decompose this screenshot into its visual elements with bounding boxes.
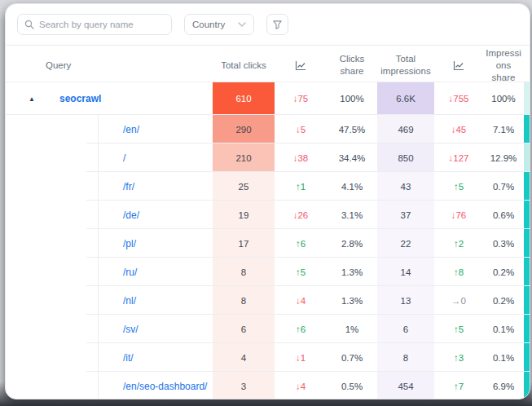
clicks-share-cell: 3.1%	[327, 201, 377, 229]
query-link[interactable]: /fr/	[123, 181, 134, 192]
query-cell: ▲ /it/	[17, 343, 213, 372]
clicks-trend-cell: ↓5	[275, 115, 327, 143]
column-header-impressions-share[interactable]: Impressions share	[483, 46, 524, 86]
clicks-trend-cell: ↓1	[275, 343, 327, 372]
total-clicks-value: 610	[235, 94, 251, 104]
toolbar: Country	[6, 4, 530, 46]
table-row: ▲ /de/ 19 ↓26 3.1% 37 ↓76 0.6%	[6, 201, 530, 229]
total-clicks-cell: 19	[213, 201, 275, 229]
column-header-clicks-share[interactable]: Clicks share	[327, 46, 377, 86]
clicks-share-cell: 1.3%	[327, 286, 377, 315]
impressions-share-cell: 7.1%	[483, 115, 524, 143]
clicks-trend-value: ↓75	[293, 94, 309, 104]
funnel-icon	[272, 20, 283, 30]
column-header-impressions-trend[interactable]	[434, 46, 483, 86]
column-header-clicks-trend[interactable]	[275, 46, 327, 86]
clicks-trend-cell: ↑1	[275, 172, 327, 201]
impressions-trend-value: ↑5	[454, 324, 464, 334]
impressions-trend-value: →0	[451, 296, 466, 306]
total-impressions-value: 14	[401, 267, 411, 277]
clicks-trend-cell: ↓38	[275, 143, 327, 172]
column-header-total-clicks[interactable]: Total clicks	[213, 46, 275, 86]
total-impressions-value: 8	[403, 353, 408, 363]
table-row: ▲ /sv/ 6 ↑6 1% 6 ↑5 0.1%	[6, 315, 530, 343]
heat-bar	[524, 343, 530, 372]
query-cell: ▲ /pl/	[17, 229, 213, 258]
line-chart-icon	[453, 60, 464, 71]
total-clicks-value: 290	[235, 125, 251, 135]
column-header-total-impressions[interactable]: Total impressions	[377, 46, 434, 86]
table-row: ▲ /ru/ 8 ↑5 1.3% 14 ↑8 0.2%	[6, 258, 530, 286]
impressions-trend-value: ↓45	[451, 125, 467, 135]
total-clicks-value: 8	[241, 267, 246, 277]
clicks-share-cell: 100%	[327, 82, 377, 115]
clicks-share-cell: 1.3%	[327, 258, 377, 286]
total-impressions-value: 454	[398, 382, 413, 391]
impressions-trend-cell: ↑5	[434, 315, 483, 343]
line-chart-icon	[295, 60, 306, 71]
total-clicks-cell: 8	[213, 286, 275, 315]
heat-bar-cell	[524, 115, 530, 143]
heat-bar	[524, 229, 530, 258]
query-cell: ▲ /fr/	[17, 172, 213, 201]
impressions-share-cell: 0.6%	[483, 201, 524, 229]
total-impressions-cell: 37	[377, 201, 434, 229]
query-link[interactable]: seocrawl	[59, 93, 101, 104]
clicks-share-cell: 1%	[327, 315, 377, 343]
impressions-share-cell: 12.9%	[483, 143, 524, 172]
table-body: ▲ seocrawl 610 ↓75 100% 6.6K ↓755 100% ▲…	[6, 82, 530, 399]
heat-bar-cell	[524, 315, 530, 343]
total-clicks-value: 3	[241, 382, 246, 391]
clicks-trend-value: ↓1	[296, 353, 306, 363]
query-link[interactable]: /de/	[123, 210, 139, 221]
query-cell: ▲ /en/	[17, 115, 213, 143]
query-link[interactable]: /	[123, 152, 125, 164]
search-input[interactable]	[39, 20, 165, 29]
total-impressions-value: 37	[401, 210, 411, 220]
total-impressions-value: 13	[401, 296, 411, 306]
impressions-trend-value: ↑8	[454, 267, 464, 277]
total-clicks-value: 210	[235, 153, 251, 163]
filter-button[interactable]	[266, 14, 288, 35]
total-clicks-value: 6	[241, 324, 246, 334]
total-clicks-cell: 4	[213, 343, 275, 372]
country-select-label: Country	[192, 20, 225, 29]
impressions-share-cell: 100%	[483, 82, 524, 115]
impressions-trend-value: ↓76	[451, 210, 467, 220]
query-link[interactable]: /en/seo-dashboard/	[123, 381, 207, 392]
clicks-trend-cell: ↑5	[275, 258, 327, 286]
table-row: ▲ /it/ 4 ↓1 0.7% 8 ↑3 0.1%	[6, 343, 530, 372]
query-link[interactable]: /sv/	[123, 324, 138, 335]
total-clicks-cell: 290	[213, 115, 275, 143]
impressions-share-cell: 0.2%	[483, 258, 524, 286]
clicks-share-cell: 34.4%	[327, 143, 377, 172]
clicks-trend-cell: ↓4	[275, 286, 327, 315]
column-header-query[interactable]: Query	[17, 46, 213, 86]
total-impressions-cell: 6.6K	[377, 82, 434, 115]
impressions-share-cell: 0.1%	[483, 343, 524, 372]
clicks-trend-value: ↑6	[296, 324, 306, 334]
query-link[interactable]: /en/	[123, 124, 139, 135]
country-select[interactable]: Country	[184, 14, 254, 35]
query-link[interactable]: /it/	[123, 352, 134, 364]
heat-bar	[524, 286, 530, 315]
query-cell: ▲ /en/seo-dashboard/	[17, 372, 213, 399]
table-row: ▲ seocrawl 610 ↓75 100% 6.6K ↓755 100%	[6, 82, 530, 115]
clicks-trend-cell: ↓4	[275, 372, 327, 399]
table-row: ▲ /pl/ 17 ↑6 2.8% 22 ↑2 0.3%	[6, 229, 530, 258]
clicks-share-cell: 0.5%	[327, 372, 377, 399]
clicks-share-cell: 4.1%	[327, 172, 377, 201]
query-link[interactable]: /ru/	[123, 267, 137, 278]
query-link[interactable]: /pl/	[123, 238, 136, 249]
heat-bar-cell	[524, 172, 530, 201]
table-row: ▲ /fr/ 25 ↑1 4.1% 43 ↑5 0.7%	[6, 172, 530, 201]
caret-up-icon[interactable]: ▲	[29, 95, 50, 103]
query-cell: ▲ /de/	[17, 201, 213, 229]
column-header-spacer	[524, 46, 530, 86]
heat-bar-cell	[524, 143, 530, 172]
clicks-trend-cell: ↓75	[275, 82, 327, 115]
clicks-share-cell: 0.7%	[327, 343, 377, 372]
total-impressions-cell: 22	[377, 229, 434, 258]
query-link[interactable]: /nl/	[123, 295, 136, 307]
total-impressions-cell: 850	[377, 143, 434, 172]
